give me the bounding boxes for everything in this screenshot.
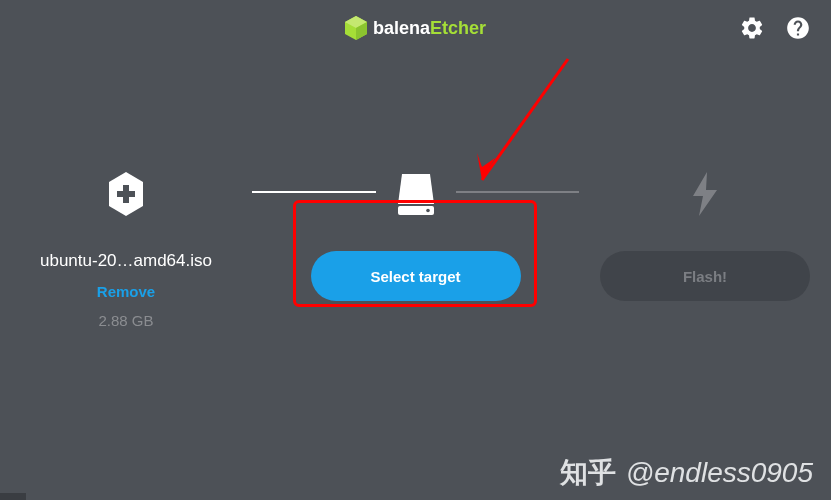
step-select-image: ubuntu-20…amd64.iso Remove 2.88 GB [0, 171, 252, 329]
svg-rect-1 [117, 191, 135, 197]
bottom-bar-fragment [0, 493, 26, 500]
watermark-handle: @endless0905 [626, 457, 813, 489]
selected-image-name: ubuntu-20…amd64.iso [40, 251, 212, 271]
select-target-button[interactable]: Select target [311, 251, 521, 301]
balena-cube-icon [345, 16, 367, 40]
drive-icon [396, 172, 436, 216]
svg-point-3 [426, 208, 430, 212]
image-size: 2.88 GB [98, 312, 153, 329]
help-icon[interactable] [785, 15, 811, 41]
step-flash: Flash! [579, 171, 831, 301]
watermark-source: 知乎 [560, 454, 616, 492]
watermark: 知乎 @endless0905 [560, 454, 813, 492]
remove-image-link[interactable]: Remove [97, 283, 155, 300]
step-connector [456, 191, 580, 193]
app-header: balenaEtcher [0, 0, 831, 56]
flash-button: Flash! [600, 251, 810, 301]
app-logo: balenaEtcher [345, 16, 486, 40]
logo-text: balenaEtcher [373, 18, 486, 39]
gear-icon[interactable] [739, 15, 765, 41]
plus-hexagon-icon [106, 172, 146, 216]
flash-bolt-icon [691, 172, 719, 216]
main-steps: ubuntu-20…amd64.iso Remove 2.88 GB Selec… [0, 56, 831, 329]
